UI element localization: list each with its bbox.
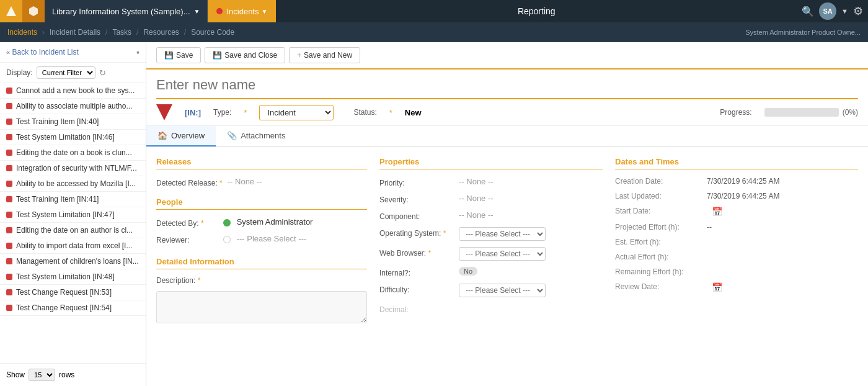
save-close-button[interactable]: 💾 Save and Close	[205, 47, 285, 63]
sidebar-header: « Back to Incident List ▪	[0, 42, 146, 63]
creation-date-label: Creation Date:	[615, 177, 702, 186]
browser-select[interactable]: --- Please Select ---	[459, 247, 546, 261]
form-area: Releases Detected Release: * -- None -- …	[146, 147, 868, 386]
decimal-label: Decimal:	[379, 303, 454, 314]
bullet-icon	[6, 305, 12, 311]
detected-release-row: Detected Release: * -- None --	[156, 177, 367, 187]
browser-row: Web Browser: * --- Please Select ---	[379, 247, 603, 261]
review-date-calendar-icon[interactable]: 📅	[712, 282, 722, 292]
difficulty-label: Difficulty:	[379, 284, 454, 294]
severity-value: -- None --	[459, 194, 603, 203]
os-select[interactable]: --- Please Select ---	[459, 227, 546, 241]
detected-by-value: System Administrator	[223, 217, 367, 227]
detailed-section-title: Detailed Information	[156, 257, 367, 269]
start-date-label: Start Date:	[615, 207, 702, 215]
detected-release-value: -- None --	[228, 177, 367, 186]
list-item[interactable]: Test Change Request [IN:54]	[0, 300, 146, 316]
start-date-calendar-icon[interactable]: 📅	[712, 207, 722, 217]
sidebar-collapse-icon[interactable]: ▪	[136, 47, 140, 57]
list-item[interactable]: Cannot add a new book to the sys...	[0, 83, 146, 99]
est-effort-row: Est. Effort (h):	[615, 238, 858, 246]
refresh-icon[interactable]: ↻	[99, 68, 106, 78]
breadcrumb-tasks[interactable]: Tasks	[112, 28, 131, 37]
breadcrumb-incidents[interactable]: Incidents	[7, 28, 37, 37]
list-item[interactable]: Editing the date on an author is cl...	[0, 223, 146, 238]
list-item[interactable]: Test Change Request [IN:53]	[0, 285, 146, 300]
show-rows-select[interactable]: 15	[29, 369, 55, 381]
breadcrumb-sep4: /	[184, 28, 186, 37]
search-icon: 🔍	[802, 6, 814, 17]
save-new-button[interactable]: + Save and New	[289, 47, 360, 63]
description-textarea[interactable]	[156, 291, 367, 323]
back-to-list-link[interactable]: « Back to Incident List	[6, 48, 133, 56]
tab-overview[interactable]: 🏠 Overview	[146, 126, 216, 146]
list-item[interactable]: Ability to be accessed by Mozilla [I...	[0, 176, 146, 192]
severity-label: Severity:	[379, 194, 454, 204]
bullet-icon	[6, 258, 12, 264]
breadcrumb-resources[interactable]: Resources	[143, 28, 179, 37]
sidebar: « Back to Incident List ▪ Display: Curre…	[0, 42, 146, 386]
type-select[interactable]: Incident	[259, 105, 334, 120]
list-item[interactable]: Ability to import data from excel [I...	[0, 238, 146, 254]
last-updated-value: 7/30/2019 6:44:25 AM	[707, 192, 779, 200]
priority-row: Priority: -- None --	[379, 177, 603, 187]
detailed-section: Detailed Information Description: *	[156, 257, 367, 325]
top-navigation: Library Information System (Sample)... ▼…	[0, 0, 868, 22]
tab-attachments[interactable]: 📎 Attachments	[216, 126, 296, 146]
remaining-effort-row: Remaining Effort (h):	[615, 267, 858, 276]
difficulty-select[interactable]: --- Please Select ---	[459, 284, 546, 297]
remaining-effort-label: Remaining Effort (h):	[615, 267, 702, 276]
page-title-input[interactable]	[156, 77, 858, 93]
filter-select[interactable]: Current Filter	[37, 66, 95, 79]
bullet-icon	[6, 119, 12, 125]
last-updated-row: Last Updated: 7/30/2019 6:44:25 AM	[615, 192, 858, 200]
projected-effort-row: Projected Effort (h): --	[615, 223, 858, 231]
app-selector[interactable]: Library Information System (Sample)... ▼	[45, 0, 208, 22]
incident-triangle-icon	[156, 104, 172, 120]
decimal-row: Decimal:	[379, 303, 603, 314]
est-effort-label: Est. Effort (h):	[615, 238, 702, 246]
bullet-icon	[6, 134, 12, 140]
breadcrumb-source-code[interactable]: Source Code	[191, 28, 234, 37]
bullet-icon	[6, 227, 12, 233]
avatar[interactable]: SA	[819, 2, 836, 20]
actual-effort-label: Actual Effort (h):	[615, 253, 702, 261]
detected-by-req: *	[201, 219, 204, 228]
content-area: 💾 Save 💾 Save and Close + Save and New […	[146, 42, 868, 386]
internal-toggle[interactable]: No	[459, 267, 477, 276]
breadcrumb: Incidents › Incident Details / Tasks / R…	[0, 22, 868, 42]
list-item[interactable]: Integration of security with NTLM/F...	[0, 161, 146, 176]
list-item[interactable]: Management of children's loans [IN...	[0, 254, 146, 269]
list-item[interactable]: Editing the date on a book is clun...	[0, 145, 146, 161]
search-button[interactable]: 🔍	[797, 0, 819, 22]
incidents-menu[interactable]: Incidents ▼	[208, 0, 276, 22]
description-row: Description: *	[156, 274, 367, 285]
logo-hex[interactable]	[22, 0, 45, 22]
rows-label: rows	[59, 370, 74, 379]
progress-pct: (0%)	[843, 108, 858, 117]
reviewer-radio	[223, 236, 231, 243]
settings-icon[interactable]: ⚙	[853, 4, 863, 18]
difficulty-row: Difficulty: --- Please Select ---	[379, 284, 603, 297]
list-item[interactable]: Ability to associate multiple autho...	[0, 99, 146, 114]
save-new-icon: +	[297, 51, 301, 60]
save-button[interactable]: 💾 Save	[156, 47, 201, 63]
list-item[interactable]: Test Training Item [IN:40]	[0, 114, 146, 130]
reporting-label: Reporting	[276, 0, 797, 22]
bullet-icon	[6, 88, 12, 94]
list-item[interactable]: Test System Limitation [IN:48]	[0, 269, 146, 285]
app-dropdown-arrow: ▼	[194, 8, 200, 15]
avatar-dropdown[interactable]: ▼	[841, 7, 848, 15]
sidebar-filter-bar: Display: Current Filter ↻	[0, 63, 146, 83]
incidents-arrow: ▼	[261, 8, 267, 15]
list-item[interactable]: Test System Limitation [IN:46]	[0, 130, 146, 145]
projected-effort-value: --	[707, 223, 712, 231]
page-title-bar	[146, 70, 868, 98]
list-item[interactable]: Test System Limitation [IN:47]	[0, 207, 146, 223]
breadcrumb-sep1: ›	[42, 28, 45, 37]
list-item[interactable]: Test Training Item [IN:41]	[0, 192, 146, 207]
incidents-label: Incidents	[226, 7, 259, 16]
dates-col: Dates and Times Creation Date: 7/30/2019…	[615, 157, 858, 376]
logo-orange[interactable]	[0, 0, 22, 22]
breadcrumb-incident-details[interactable]: Incident Details	[50, 28, 100, 37]
